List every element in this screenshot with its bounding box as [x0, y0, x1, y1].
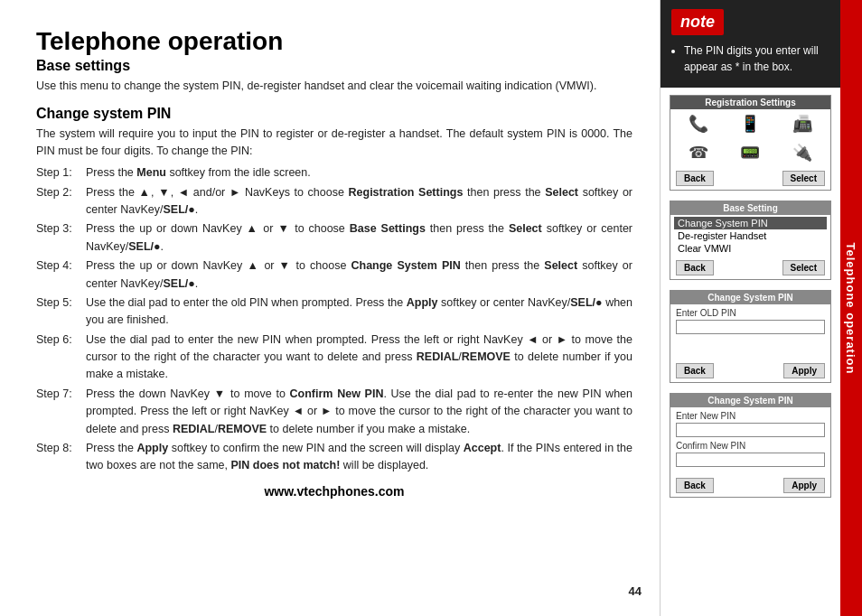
right-panel: note The PIN digits you enter will appea… [660, 0, 840, 616]
reg-select-button[interactable]: Select [782, 171, 825, 186]
step-8-text: Press the Apply softkey to confirm the n… [86, 440, 632, 475]
section1-description: Use this menu to change the system PIN, … [36, 78, 632, 95]
step-5-label: Step 5: [36, 294, 86, 330]
phone-icon-3: 📠 [790, 113, 815, 135]
page-title: Telephone operation [36, 27, 632, 56]
phone-icon-5: 📟 [737, 142, 763, 163]
step-2-row: Step 2: Press the ▲, ▼, ◄ and/or ► NavKe… [36, 184, 632, 219]
step-7-text: Press the down NavKey ▼ to move to Confi… [86, 386, 632, 438]
ui-panels-container: Registration Settings 📞 📱 📠 ☎ 📟 🔌 Back S… [661, 88, 840, 616]
step-7-row: Step 7: Press the down NavKey ▼ to move … [36, 386, 632, 438]
step-6-label: Step 6: [36, 331, 86, 384]
step-1-label: Step 1: [36, 164, 86, 182]
side-tab-label: Telephone operation [845, 242, 858, 374]
phone-icon-4: ☎ [686, 142, 711, 163]
change-pin-old-body: Enter OLD PIN [670, 304, 830, 341]
menu-item-deregister[interactable]: De-register Handset [674, 229, 827, 242]
change-pin-new-nav: Back Apply [670, 474, 830, 497]
old-pin-apply-button[interactable]: Apply [783, 363, 825, 378]
reg-icons-row2: ☎ 📟 🔌 [670, 138, 830, 167]
reg-back-button[interactable]: Back [676, 171, 714, 186]
note-box: note The PIN digits you enter will appea… [661, 0, 840, 88]
step-8-label: Step 8: [36, 440, 86, 475]
base-nav-buttons: Back Select [670, 257, 830, 279]
new-pin-apply-button[interactable]: Apply [783, 478, 825, 493]
step-5-row: Step 5: Use the dial pad to enter the ol… [36, 294, 632, 330]
base-back-button[interactable]: Back [676, 260, 714, 275]
note-bullet: The PIN digits you enter will appear as … [684, 42, 829, 75]
website: www.vtechphones.com [36, 484, 632, 499]
old-pin-label: Enter OLD PIN [676, 308, 825, 318]
new-pin-label1: Enter New PIN [676, 411, 825, 421]
base-select-button[interactable]: Select [782, 260, 825, 275]
new-pin-back-button[interactable]: Back [676, 478, 714, 493]
reg-settings-header: Registration Settings [670, 96, 830, 109]
new-pin-input2[interactable] [676, 453, 825, 467]
change-pin-new-header: Change System PIN [670, 394, 830, 407]
main-content: Telephone operation Base settings Use th… [0, 0, 660, 616]
note-header: note [671, 9, 724, 35]
change-pin-old-nav: Back Apply [670, 359, 830, 382]
change-pin-new-body: Enter New PIN Confirm New PIN [670, 407, 830, 474]
note-content: The PIN digits you enter will appear as … [671, 42, 829, 75]
step-3-text: Press the up or down NavKey ▲ or ▼ to ch… [86, 220, 632, 256]
step-4-text: Press the up or down NavKey ▲ or ▼ to ch… [86, 257, 632, 293]
new-pin-label2: Confirm New PIN [676, 441, 825, 451]
step-2-text: Press the ▲, ▼, ◄ and/or ► NavKeys to ch… [86, 184, 632, 219]
menu-item-clear-vmwi[interactable]: Clear VMWI [674, 242, 827, 255]
step-7-label: Step 7: [36, 386, 86, 438]
steps-container: Step 1: Press the Menu softkey from the … [36, 164, 632, 474]
step-4-row: Step 4: Press the up or down NavKey ▲ or… [36, 257, 632, 293]
phone-icon-1: 📞 [686, 113, 711, 135]
page-number: 44 [629, 584, 642, 598]
section2-title: Change system PIN [36, 106, 632, 122]
step-5-text: Use the dial pad to enter the old PIN wh… [86, 294, 632, 330]
reg-icons-row: 📞 📱 📠 [670, 109, 830, 138]
step-1-row: Step 1: Press the Menu softkey from the … [36, 164, 632, 182]
change-pin-new-panel: Change System PIN Enter New PIN Confirm … [670, 393, 831, 498]
new-pin-input1[interactable] [676, 423, 825, 437]
step-8-row: Step 8: Press the Apply softkey to confi… [36, 440, 632, 475]
phone-icon-2: 📱 [737, 113, 763, 135]
step-3-row: Step 3: Press the up or down NavKey ▲ or… [36, 220, 632, 256]
side-tab: Telephone operation [840, 0, 862, 616]
step-2-label: Step 2: [36, 184, 86, 219]
old-pin-back-button[interactable]: Back [676, 363, 714, 378]
reg-nav-buttons: Back Select [670, 167, 830, 190]
phone-icon-6: 🔌 [790, 142, 815, 163]
step-1-text: Press the Menu softkey from the idle scr… [86, 164, 632, 182]
base-setting-panel: Base Setting Change System PIN De-regist… [670, 201, 831, 280]
step-3-label: Step 3: [36, 220, 86, 256]
change-pin-old-header: Change System PIN [670, 291, 830, 304]
step-6-row: Step 6: Use the dial pad to enter the ne… [36, 331, 632, 384]
section1-title: Base settings [36, 58, 632, 74]
base-setting-header: Base Setting [670, 201, 830, 215]
step-6-text: Use the dial pad to enter the new PIN wh… [86, 331, 632, 384]
old-pin-input[interactable] [676, 320, 825, 334]
menu-item-change-pin[interactable]: Change System PIN [674, 217, 827, 229]
change-pin-old-panel: Change System PIN Enter OLD PIN Back App… [670, 290, 831, 383]
base-menu-list: Change System PIN De-register Handset Cl… [670, 215, 830, 257]
reg-settings-panel: Registration Settings 📞 📱 📠 ☎ 📟 🔌 Back S… [670, 95, 831, 191]
section2-intro: The system will require you to input the… [36, 126, 632, 160]
step-4-label: Step 4: [36, 257, 86, 293]
